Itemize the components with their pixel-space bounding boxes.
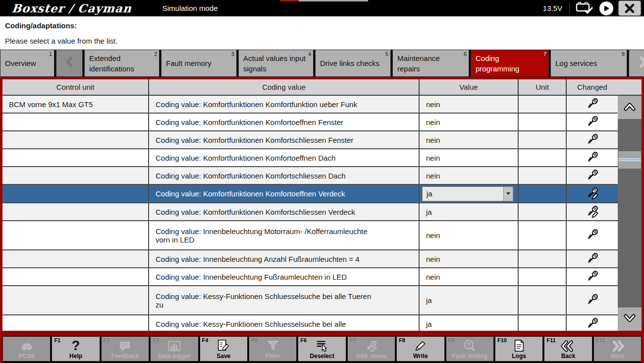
value-cell: nein xyxy=(420,221,519,250)
coding-value-cell: Coding value: Komfortfunktionen Komforts… xyxy=(149,167,420,185)
table-row[interactable]: Coding value: Komfortfunktionen Komforto… xyxy=(2,149,618,167)
fkey-label: F1 xyxy=(54,337,60,343)
unit-cell xyxy=(519,185,567,203)
table-row[interactable]: Coding value: Innenbeleuchtung Fußraumle… xyxy=(2,268,618,286)
unit-cell xyxy=(519,203,567,221)
function-button-label: Write xyxy=(413,353,428,361)
control-unit-cell xyxy=(2,167,149,185)
tab-actual-values-input-signals[interactable]: Actual values input signals4 xyxy=(238,50,314,77)
scrollbar-track[interactable] xyxy=(618,119,642,307)
tab-extended-identifications[interactable]: Extended identifications2 xyxy=(84,50,160,77)
tabs-scroll-next-button[interactable] xyxy=(629,50,644,77)
tab-label: Coding programming xyxy=(476,53,541,74)
unit-cell xyxy=(519,96,567,114)
scroll-down-button[interactable] xyxy=(618,307,642,331)
table-header: Control unit Coding value Value Unit Cha… xyxy=(2,79,618,96)
page-title: Coding/adaptations: xyxy=(0,16,644,30)
value-cell: nein xyxy=(420,149,519,167)
coding-value-cell: Coding value: Innenbeleuchtung Fußraumle… xyxy=(149,268,420,286)
tab-number: 4 xyxy=(308,51,311,58)
control-unit-cell xyxy=(2,221,149,250)
value-cell: ja xyxy=(420,315,519,331)
changed-cell xyxy=(567,268,618,286)
battery-check-icon xyxy=(575,0,594,17)
function-button-label: Deselect xyxy=(310,353,334,361)
function-button-logs[interactable]: F10Logs xyxy=(495,336,543,362)
function-button-label: Feedback xyxy=(111,353,139,361)
window-edge-gray xyxy=(299,0,368,1)
fkey-label: F8 xyxy=(399,337,405,343)
function-button-add-menu: F7Add. menu xyxy=(347,336,395,362)
data-logger-icon xyxy=(167,340,182,353)
fkey-label: F11 xyxy=(546,337,555,343)
value-dropdown[interactable]: ja xyxy=(422,186,513,201)
table-row[interactable]: Coding value: Komfortfunktionen Komforts… xyxy=(2,131,618,149)
control-unit-cell xyxy=(2,203,149,221)
function-button-pcss: PCSS xyxy=(2,336,51,362)
value-cell: nein xyxy=(420,250,519,268)
chevron-left-icon xyxy=(62,55,77,72)
table-row[interactable]: Coding value: Komfortfunktionen Komforts… xyxy=(2,167,618,185)
coding-value-cell: Coding value: Komfortfunktionen Komforts… xyxy=(149,203,420,221)
dropdown-arrow-button[interactable] xyxy=(503,186,513,201)
function-button-help[interactable]: F1?Help xyxy=(52,336,100,362)
table-row[interactable]: Coding value: Innenbeleuchtung Motorraum… xyxy=(2,221,618,250)
table-row[interactable]: Coding value: Innenbeleuchtung Anzahl Fu… xyxy=(2,250,618,268)
tab-label: Overview xyxy=(5,58,36,68)
titlebar-divider xyxy=(569,2,570,14)
table-row[interactable]: Coding value: Komfortfunktionen Komforto… xyxy=(2,185,618,203)
value-cell: nein xyxy=(420,114,519,131)
value-cell: nein xyxy=(420,96,519,114)
function-button-back[interactable]: F11Back xyxy=(544,336,592,362)
unit-cell xyxy=(519,221,567,250)
changed-cell xyxy=(567,315,618,331)
fkey-label: F6 xyxy=(300,337,307,343)
changed-cell xyxy=(567,131,618,149)
tabs-scroll-back-button[interactable] xyxy=(56,50,83,77)
function-button-label: Fault finding xyxy=(452,353,487,361)
function-button-label: Data logger xyxy=(158,353,191,361)
function-button-feedback: F2Feedback xyxy=(101,336,149,362)
fault-finding-icon: ? xyxy=(462,339,477,353)
column-header-changed: Changed xyxy=(567,79,618,96)
changed-cell xyxy=(567,185,618,203)
scrollbar-thumb[interactable] xyxy=(618,151,641,169)
coding-value-cell: Coding value: Kessy-Funktionen Schluesse… xyxy=(149,315,420,331)
fkey-label: F12 xyxy=(596,337,605,343)
table-row[interactable]: Coding value: Komfortfunktionen Komforto… xyxy=(2,114,618,131)
table-row[interactable]: Coding value: Kessy-Funktionen Schluesse… xyxy=(2,286,618,315)
column-header-control-unit: Control unit xyxy=(2,79,149,96)
tab-overview[interactable]: Overview1 xyxy=(0,50,54,77)
deselect-icon xyxy=(315,339,329,353)
table-row[interactable]: BCM vorne 9x1 Max GT5Coding value: Komfo… xyxy=(2,96,618,114)
key-icon xyxy=(586,269,599,285)
function-button-write[interactable]: F8Write xyxy=(396,336,444,362)
changed-cell xyxy=(567,221,618,250)
tab-maintenance-repairs[interactable]: Maintenance repairs6 xyxy=(392,50,469,77)
coding-value-cell: Coding value: Komfortfunktionen Komforto… xyxy=(149,149,420,167)
fkey-label: F5 xyxy=(251,337,258,343)
table-row[interactable]: Coding value: Kessy-Funktionen Schluesse… xyxy=(2,315,618,331)
table-row[interactable]: Coding value: Komfortfunktionen Komforts… xyxy=(2,203,618,221)
scroll-up-button[interactable] xyxy=(618,96,642,119)
value-cell: nein xyxy=(420,131,519,149)
function-button-fault-finding: F9?Fault finding xyxy=(446,336,494,362)
tab-coding-programming[interactable]: Coding programming7 xyxy=(471,50,549,77)
function-button-deselect[interactable]: F6Deselect xyxy=(298,336,346,362)
tab-number: 8 xyxy=(622,51,625,58)
play-button[interactable] xyxy=(599,1,613,15)
function-button-save[interactable]: F4Save xyxy=(200,336,248,362)
value-cell: ja xyxy=(420,185,519,203)
function-button-label: Help xyxy=(69,353,82,361)
tab-drive-links-checks[interactable]: Drive links checks5 xyxy=(315,50,391,77)
unit-cell xyxy=(519,315,567,331)
tab-fault-memory[interactable]: Fault memory3 xyxy=(161,50,237,77)
column-header-value: Value xyxy=(420,79,519,96)
key-edited-icon xyxy=(586,204,599,220)
close-button[interactable] xyxy=(618,0,641,16)
coding-table-panel: Control unit Coding value Value Unit Cha… xyxy=(0,77,644,333)
tab-log-services[interactable]: Log services8 xyxy=(550,50,627,77)
function-button-label: Save xyxy=(216,353,230,361)
column-header-coding-value: Coding value xyxy=(149,79,420,96)
control-unit-cell xyxy=(2,114,149,131)
